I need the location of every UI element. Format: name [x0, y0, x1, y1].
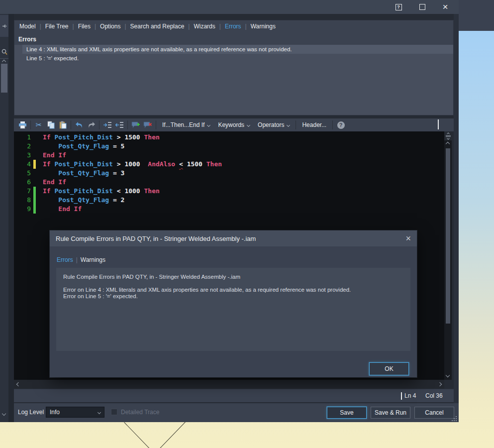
window-close-button[interactable]: × — [439, 2, 452, 11]
copy-button[interactable] — [45, 119, 57, 130]
paste-icon — [59, 121, 67, 129]
log-level-select[interactable]: Info — [46, 407, 104, 418]
chevron-down-icon[interactable] — [2, 412, 6, 416]
operators-dropdown[interactable]: Operators — [254, 119, 294, 130]
indent-button[interactable] — [101, 119, 113, 130]
paste-button[interactable] — [57, 119, 69, 130]
code-text: If Post_Pitch_Dist > 1000 AndAlso < 1500… — [36, 160, 222, 169]
scrollbar-thumb[interactable] — [446, 148, 450, 324]
main-app-ribbon-edge — [459, 0, 494, 31]
chevron-down-icon — [98, 411, 101, 414]
error-row[interactable]: Line 5 : '=' expected. — [22, 54, 453, 63]
tab-file-tree[interactable]: File Tree — [44, 23, 70, 30]
dialog-tab-bar: Errors|Warnings — [50, 252, 417, 267]
log-level-value: Info — [50, 409, 60, 416]
window-titlebar[interactable]: ? × — [0, 0, 459, 14]
left-dock-strip — [0, 14, 8, 422]
error-list: Line 4 : XML literals and XML axis prope… — [14, 45, 453, 115]
split-editor-handle[interactable] — [444, 131, 452, 140]
tab-separator: | — [95, 23, 96, 30]
redo-icon — [87, 121, 96, 128]
save-run-button[interactable]: Save & Run — [371, 407, 410, 419]
code-line[interactable]: 3End If — [14, 151, 444, 160]
tab-errors[interactable]: Errors — [224, 23, 242, 30]
keywords-dropdown[interactable]: Keywords — [214, 119, 254, 130]
code-line[interactable]: 1If Post_Pitch_Dist > 1500 Then — [14, 133, 444, 142]
divider — [30, 120, 31, 129]
ilogic-editor-window: ? × — [0, 0, 459, 422]
chevron-down-icon — [287, 123, 290, 126]
tab-separator: | — [245, 23, 247, 30]
keywords-dropdown-label: Keywords — [218, 121, 244, 128]
close-icon[interactable]: × — [405, 234, 411, 242]
tab-warnings[interactable]: Warnings — [250, 23, 277, 30]
tab-options[interactable]: Options — [99, 23, 121, 30]
window-chrome-edge — [454, 14, 459, 422]
toolbar-help-button[interactable]: ? — [335, 119, 347, 130]
tab-search-and-replace[interactable]: Search and Replace — [129, 23, 186, 30]
print-button[interactable] — [16, 119, 28, 130]
search-icon — [1, 49, 7, 55]
dialog-tab-errors[interactable]: Errors — [57, 256, 73, 263]
ok-button[interactable]: OK — [369, 362, 409, 375]
dialog-message-panel: Rule Compile Errors in PAD QTY, in - Str… — [56, 268, 410, 351]
pin-panel-button[interactable] — [0, 15, 8, 37]
tab-wizards[interactable]: Wizards — [193, 23, 216, 30]
editor-horizontal-scrollbar[interactable] — [14, 380, 444, 389]
code-line[interactable]: 4If Post_Pitch_Dist > 1000 AndAlso < 150… — [14, 160, 444, 169]
outdent-icon — [115, 122, 124, 128]
divider — [127, 120, 128, 129]
tab-model[interactable]: Model — [18, 23, 37, 30]
code-line[interactable]: 9 End If — [14, 205, 444, 214]
code-line[interactable]: 2 Post_Qty_Flag = 5 — [14, 142, 444, 151]
cancel-button[interactable]: Cancel — [414, 407, 454, 419]
scroll-right-icon[interactable] — [438, 382, 442, 386]
line-number: 3 — [14, 151, 31, 160]
code-text: If Post_Pitch_Dist > 1500 Then — [36, 133, 160, 142]
code-line[interactable]: 6End If — [14, 178, 444, 187]
scroll-left-icon[interactable] — [16, 382, 20, 386]
detailed-trace-checkbox[interactable] — [111, 409, 117, 415]
line-number: 1 — [14, 133, 31, 142]
window-help-button[interactable]: ? — [392, 2, 405, 11]
code-text: End If — [36, 205, 82, 214]
search-panel-button[interactable] — [1, 49, 7, 55]
line-number: 9 — [14, 205, 31, 214]
tab-files[interactable]: Files — [77, 23, 92, 30]
code-text: Post_Qty_Flag = 2 — [36, 196, 124, 205]
help-icon: ? — [395, 4, 402, 10]
save-button[interactable]: Save — [327, 407, 367, 419]
dialog-tab-warnings[interactable]: Warnings — [81, 256, 105, 263]
line-number: 7 — [14, 187, 31, 196]
tab-separator: | — [124, 23, 126, 30]
add-comment-icon — [131, 121, 140, 129]
code-line[interactable]: 7If Post_Pitch_Dist < 1000 Then — [14, 187, 444, 196]
window-maximize-button[interactable] — [416, 2, 429, 11]
resize-grip[interactable] — [452, 416, 458, 422]
add-comment-button[interactable] — [130, 119, 142, 130]
dock-scrollbar-thumb[interactable] — [1, 64, 7, 93]
divider — [296, 120, 296, 129]
remove-comment-button[interactable] — [142, 119, 154, 130]
remove-comment-icon — [143, 121, 152, 129]
divider — [156, 120, 156, 129]
status-caret — [401, 392, 402, 400]
error-row[interactable]: Line 4 : XML literals and XML axis prope… — [22, 45, 453, 54]
maximize-icon — [419, 4, 425, 10]
outdent-button[interactable] — [113, 119, 125, 130]
scroll-down-icon[interactable] — [446, 373, 450, 377]
redo-button[interactable] — [85, 119, 97, 130]
bottom-bar: Log Level Info Detailed Trace SaveSave &… — [14, 403, 459, 422]
dialog-titlebar[interactable]: Rule Compile Errors in PAD QTY, in - Str… — [50, 230, 417, 246]
editor-vertical-scrollbar[interactable] — [444, 131, 452, 380]
code-text: Post_Qty_Flag = 5 — [36, 142, 124, 151]
cut-button[interactable]: ✂ — [33, 119, 45, 130]
undo-button[interactable] — [73, 119, 85, 130]
scroll-up-icon[interactable] — [446, 142, 450, 146]
snippet-dropdown[interactable]: If...Then...End If — [158, 119, 214, 130]
code-line[interactable]: 5 Post_Qty_Flag = 3 — [14, 169, 444, 178]
header-button[interactable]: Header... — [298, 121, 330, 128]
chevron-up-icon[interactable] — [2, 60, 6, 64]
rule-compile-errors-dialog: Rule Compile Errors in PAD QTY, in - Str… — [50, 230, 417, 377]
code-line[interactable]: 8 Post_Qty_Flag = 2 — [14, 196, 444, 205]
